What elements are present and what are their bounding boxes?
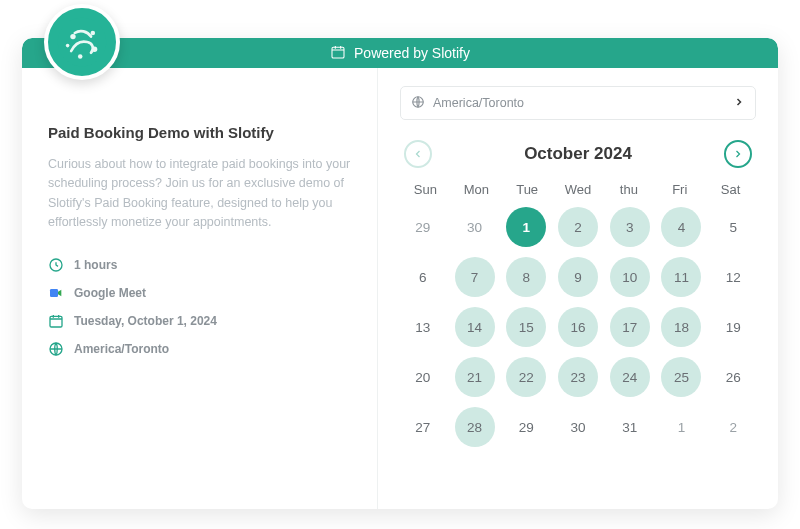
brand-logo [44,4,120,80]
calendar-day: 6 [403,257,443,297]
powered-by-label: Powered by Slotify [354,45,470,61]
meta-duration: 1 hours [48,257,351,273]
dow-label: Sat [705,182,756,197]
calendar-header: October 2024 [400,140,756,168]
timezone-select[interactable]: America/Toronto [400,86,756,120]
dow-label: Sun [400,182,451,197]
calendar-day[interactable]: 18 [661,307,701,347]
svg-rect-2 [50,289,58,297]
calendar-day[interactable]: 23 [558,357,598,397]
calendar-day[interactable]: 21 [455,357,495,397]
calendar-day[interactable]: 4 [661,207,701,247]
svg-point-8 [91,31,96,36]
month-label: October 2024 [524,144,632,164]
calendar-day: 31 [610,407,650,447]
calendar-day: 2 [713,407,753,447]
date-value: Tuesday, October 1, 2024 [74,314,217,328]
info-panel: Paid Booking Demo with Slotify Curious a… [22,68,378,509]
dow-label: Wed [553,182,604,197]
google-meet-icon [48,285,64,301]
event-description: Curious about how to integrate paid book… [48,155,351,233]
svg-point-7 [70,34,75,39]
next-month-button[interactable] [724,140,752,168]
dow-label: Mon [451,182,502,197]
calendar-day: 30 [455,207,495,247]
meta-timezone: America/Toronto [48,341,351,357]
calendar-day[interactable]: 1 [506,207,546,247]
calendar-day: 30 [558,407,598,447]
calendar-day: 13 [403,307,443,347]
prev-month-button [404,140,432,168]
svg-rect-0 [332,47,344,58]
duration-value: 1 hours [74,258,117,272]
calendar-day[interactable]: 17 [610,307,650,347]
svg-point-10 [78,54,83,59]
calendar-day: 1 [661,407,701,447]
chevron-right-icon [733,96,745,111]
calendar-day: 27 [403,407,443,447]
svg-rect-3 [50,316,62,327]
header-bar: Powered by Slotify [22,38,778,68]
calendar-icon [330,44,346,63]
dow-label: Fri [654,182,705,197]
calendar-day: 5 [713,207,753,247]
calendar-day[interactable]: 8 [506,257,546,297]
globe-icon [48,341,64,357]
calendar-panel: America/Toronto October 2024 SunMonTueWe… [378,68,778,509]
timezone-select-value: America/Toronto [433,96,524,110]
dow-row: SunMonTueWedthuFriSat [400,182,756,197]
calendar-day: 26 [713,357,753,397]
calendar-small-icon [48,313,64,329]
calendar-day[interactable]: 3 [610,207,650,247]
calendar-day[interactable]: 25 [661,357,701,397]
meta-location: Google Meet [48,285,351,301]
clock-icon [48,257,64,273]
calendar-day[interactable]: 22 [506,357,546,397]
timezone-value: America/Toronto [74,342,169,356]
calendar-day[interactable]: 10 [610,257,650,297]
calendar-day[interactable]: 2 [558,207,598,247]
calendar-day: 20 [403,357,443,397]
meta-date: Tuesday, October 1, 2024 [48,313,351,329]
calendar-day: 29 [506,407,546,447]
calendar-day[interactable]: 14 [455,307,495,347]
svg-point-11 [66,44,70,48]
calendar-grid: 2930123456789101112131415161718192021222… [400,207,756,447]
calendar-day[interactable]: 24 [610,357,650,397]
event-title: Paid Booking Demo with Slotify [48,124,351,141]
location-value: Google Meet [74,286,146,300]
dow-label: thu [603,182,654,197]
booking-card: Powered by Slotify Paid Booking Demo wit… [22,38,778,509]
calendar-day: 29 [403,207,443,247]
calendar-day[interactable]: 15 [506,307,546,347]
calendar-day: 12 [713,257,753,297]
calendar-day[interactable]: 16 [558,307,598,347]
calendar-day[interactable]: 28 [455,407,495,447]
calendar-day[interactable]: 9 [558,257,598,297]
globe-icon [411,95,425,112]
calendar-day[interactable]: 11 [661,257,701,297]
svg-point-9 [92,47,97,52]
calendar-day: 19 [713,307,753,347]
dow-label: Tue [502,182,553,197]
calendar-day[interactable]: 7 [455,257,495,297]
